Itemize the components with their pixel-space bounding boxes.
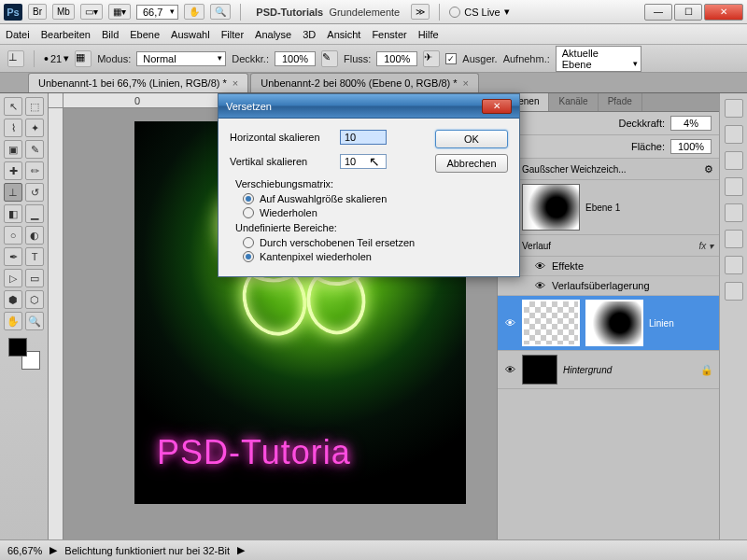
menu-auswahl[interactable]: Auswahl — [171, 29, 210, 40]
dodge-tool[interactable]: ◐ — [25, 226, 44, 245]
effect-item[interactable]: 👁Verlaufsüberlagerung — [498, 276, 719, 296]
panel-icon[interactable] — [725, 203, 743, 222]
stamp-tool-icon[interactable]: ⊥ — [7, 50, 24, 67]
lasso-tool[interactable]: ⌇ — [4, 119, 22, 137]
smart-filter-row[interactable]: 👁 Gaußscher Weichzeich... ⚙ — [498, 159, 719, 180]
maximize-button[interactable]: ☐ — [674, 4, 702, 21]
close-tab-icon[interactable]: × — [463, 77, 469, 89]
3d-tool[interactable]: ⬢ — [4, 290, 22, 309]
vertical-input[interactable] — [340, 154, 387, 169]
document-tab-2[interactable]: Unbenannt-2 bei 800% (Ebene 0, RGB/8) *× — [250, 73, 479, 92]
shape-tool[interactable]: ▭ — [25, 269, 44, 287]
menu-fenster[interactable]: Fenster — [372, 29, 406, 40]
menu-datei[interactable]: Datei — [6, 29, 30, 40]
modus-dropdown[interactable]: Normal — [136, 51, 226, 66]
wand-tool[interactable]: ✦ — [25, 119, 44, 137]
crop-tool[interactable]: ▣ — [4, 140, 22, 159]
pressure-opacity-button[interactable]: ✎ — [321, 50, 338, 67]
panel-icon[interactable] — [725, 125, 743, 144]
deckkraft-value[interactable]: 100% — [275, 51, 316, 66]
cslive-button[interactable]: CS Live ▾ — [449, 6, 510, 18]
layer-thumbnail[interactable] — [522, 300, 580, 346]
document-tab-1[interactable]: Unbenannt-1 bei 66,7% (Linien, RGB/8) *× — [28, 73, 248, 92]
panel-icon[interactable] — [725, 282, 743, 301]
move-tool[interactable]: ↖ — [4, 97, 22, 116]
menu-bearbeiten[interactable]: Bearbeiten — [41, 29, 91, 40]
menu-ansicht[interactable]: Ansicht — [327, 29, 360, 40]
hand-button[interactable]: ✋ — [184, 4, 204, 20]
opacity-value[interactable]: 4% — [670, 116, 712, 131]
menu-bild[interactable]: Bild — [102, 29, 119, 40]
menu-filter[interactable]: Filter — [221, 29, 244, 40]
zoom-level-dropdown[interactable]: 66,7 — [136, 5, 178, 20]
horizontal-input[interactable] — [340, 130, 387, 145]
panel-icon[interactable] — [725, 230, 743, 248]
3d-camera-tool[interactable]: ⬡ — [25, 290, 44, 309]
aufnehmen-dropdown[interactable]: Aktuelle Ebene — [556, 46, 641, 72]
radio-wrap[interactable]: Durch verschobenen Teil ersetzen — [235, 237, 422, 248]
edit-filter-icon[interactable]: ⚙ — [704, 163, 713, 175]
fluss-value[interactable]: 100% — [376, 51, 417, 66]
blur-tool[interactable]: ○ — [4, 226, 22, 245]
eyedropper-tool[interactable]: ✎ — [25, 140, 44, 159]
vertical-ruler[interactable] — [49, 108, 63, 539]
radio-tile[interactable]: Wiederholen — [235, 207, 422, 218]
foreground-swatch[interactable] — [8, 338, 27, 357]
cancel-button[interactable]: Abbrechen — [435, 154, 508, 173]
dialog-close-button[interactable]: ✕ — [482, 99, 512, 114]
brush-panel-button[interactable]: ▦ — [75, 50, 92, 67]
radio-stretch[interactable]: Auf Auswahlgröße skalieren — [235, 193, 422, 204]
layer-thumbnail[interactable] — [522, 355, 557, 385]
ok-button[interactable]: OK — [435, 130, 508, 148]
color-swatches[interactable] — [8, 338, 40, 370]
panel-icon[interactable] — [725, 151, 743, 170]
visibility-icon[interactable]: 👁 — [503, 363, 516, 376]
panel-icon[interactable] — [725, 99, 743, 118]
radio-repeat-edge[interactable]: Kantenpixel wiederholen — [235, 251, 422, 262]
bridge-button[interactable]: Br — [28, 4, 47, 20]
ausgerichtet-checkbox[interactable]: ✓ — [445, 53, 457, 64]
zoom-button[interactable]: 🔍 — [210, 4, 231, 20]
type-tool[interactable]: T — [25, 247, 44, 266]
layer-row-selected[interactable]: 👁 Linien — [498, 296, 719, 351]
menu-3d[interactable]: 3D — [303, 29, 316, 40]
panel-icon[interactable] — [725, 177, 743, 196]
fill-value[interactable]: 100% — [670, 139, 712, 154]
layer-row[interactable]: 👁 Hintergrund 🔒 — [498, 351, 719, 389]
stamp-tool[interactable]: ⊥ — [4, 183, 22, 202]
workspace-switcher[interactable]: ≫ — [411, 4, 430, 20]
path-select-tool[interactable]: ▷ — [4, 269, 22, 287]
minibridge-button[interactable]: Mb — [52, 4, 75, 20]
menu-hilfe[interactable]: Hilfe — [418, 29, 439, 40]
close-tab-icon[interactable]: × — [233, 77, 238, 89]
pen-tool[interactable]: ✒ — [4, 247, 22, 266]
dialog-titlebar[interactable]: Versetzen ✕ — [218, 94, 519, 119]
hand-tool[interactable]: ✋ — [4, 312, 22, 330]
visibility-icon[interactable]: 👁 — [503, 316, 516, 329]
healing-tool[interactable]: ✚ — [4, 161, 22, 180]
screen-mode-button[interactable]: ▭▾ — [80, 4, 103, 20]
gradient-tool[interactable]: ▁ — [25, 204, 44, 223]
tab-pfade[interactable]: Pfade — [599, 93, 642, 111]
brush-preset[interactable]: •21 ▾ — [44, 51, 69, 66]
menu-analyse[interactable]: Analyse — [255, 29, 291, 40]
tab-kanaele[interactable]: Kanäle — [549, 93, 598, 111]
eraser-tool[interactable]: ◧ — [4, 204, 22, 223]
extras-button[interactable]: ▦▾ — [108, 4, 131, 20]
ruler-origin[interactable] — [49, 93, 63, 108]
layer-row[interactable]: 👁 Ebene 1 — [498, 180, 719, 235]
airbrush-button[interactable]: ✈ — [423, 50, 440, 67]
brush-tool[interactable]: ✏ — [25, 161, 44, 180]
layer-thumbnail[interactable] — [522, 184, 580, 231]
zoom-tool[interactable]: 🔍 — [25, 312, 44, 330]
panel-icon[interactable] — [725, 256, 743, 274]
menu-ebene[interactable]: Ebene — [130, 29, 160, 40]
marquee-tool[interactable]: ⬚ — [25, 97, 44, 116]
status-zoom[interactable]: 66,67% — [7, 545, 42, 556]
close-button[interactable]: ✕ — [704, 4, 743, 21]
fx-badge[interactable]: fx ▾ — [698, 241, 713, 251]
mask-thumbnail[interactable] — [585, 300, 643, 346]
history-brush-tool[interactable]: ↺ — [25, 183, 44, 202]
minimize-button[interactable]: — — [644, 4, 672, 21]
effects-header[interactable]: 👁Effekte — [498, 257, 719, 276]
